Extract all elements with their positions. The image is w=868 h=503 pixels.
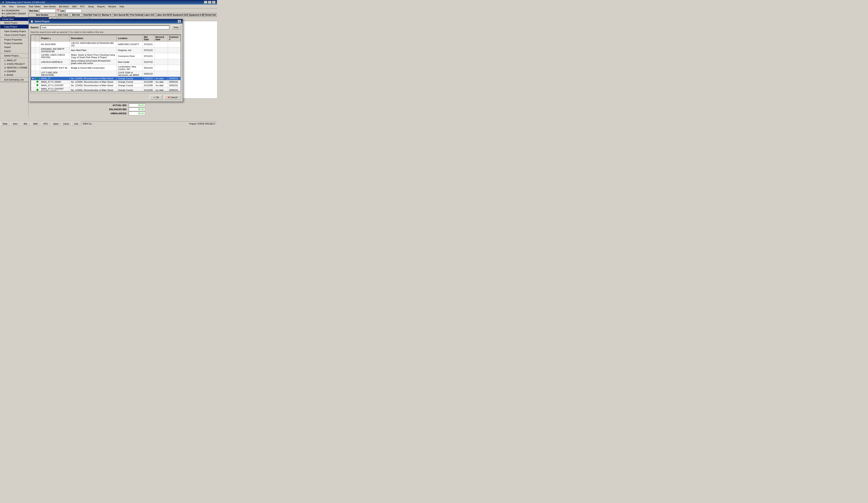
close-button[interactable]: Close [61,122,71,126]
find-button[interactable]: Find [171,25,181,30]
rtc-button[interactable]: RTC [41,122,51,126]
menu-rate-tables[interactable]: Rate Tables [27,5,42,8]
row-contract [168,53,180,59]
bid-date-input[interactable] [39,9,55,13]
bid-button[interactable]: Bid [20,122,31,126]
ok-button[interactable]: ✔ Ok [150,95,163,100]
bid-date-label: Bid Date [29,10,39,12]
sidebar-item-sanitary-sewer[interactable]: ⊕ 🗂 SANITARY SEWER [1,12,28,15]
row-location: Londonderry, New London, NH [117,65,143,71]
row-contract [168,59,180,65]
ok-icon: ✔ [153,96,155,99]
col-status-icon [35,35,40,41]
row-contract: D500231 [168,77,180,80]
row-status-icon [35,71,40,77]
menu-file[interactable]: File [0,5,7,8]
dialog-footer: ✔ Ok ✖ Cancel [29,93,183,102]
row-arrow [31,71,35,77]
row-revised-date [154,71,168,77]
project-table-container[interactable]: Project ▲ Description Location Bid Date … [31,34,181,92]
row-status-icon [35,77,40,80]
table-row[interactable]: KINGMAN, IND WWTP DIVISION BBAero Mod Pl… [31,48,180,53]
unbalanced-value: $0.00 [129,112,145,115]
status-green-circle [37,89,39,91]
row-bid-date: 01/15/08 [143,84,154,87]
row-location: HARFORD COUNTY [117,41,143,48]
search-input[interactable] [40,25,169,30]
table-row[interactable]: LONDONDERRY EXIT 4ABridge & Sound Wall C… [31,65,180,71]
col-contract-header[interactable]: Contract # [168,35,180,41]
col-revised-date-header[interactable]: Revised Date [154,35,168,41]
col-total-bid: Total Bid/ Total Cost [82,13,101,17]
col-labor-amt: Labor Amt $0.00 [155,13,172,17]
row-project-name: KINGMAN, IND WWTP DIVISION BB [40,48,70,53]
loc-input[interactable] [65,9,82,13]
col-item-number: Item Number [29,13,56,17]
table-row[interactable]: ▶MAIN_STNo. 123456, Reconstruction of Ma… [31,77,180,80]
search-row: Search: Find [31,25,181,30]
row-project-name: MAIN_ST FL EXPORT [40,84,70,87]
row-arrow [31,65,35,71]
row-contract: D500231 [168,87,180,92]
col-project-header[interactable]: Project ▲ [40,35,70,41]
main-area: Create New ▶ Blank Project Copy Project … [0,9,217,121]
row-project-name: LINCOLN GARFIELD [40,59,70,65]
col-labor-unit: Labor Unit [143,13,155,17]
row-arrow [31,84,35,87]
menu-rtc[interactable]: RTC [79,5,86,8]
menu-services[interactable]: Services [15,5,27,8]
cancel-icon: ✖ [168,96,169,99]
dialog-close-button[interactable]: ✕ [178,20,181,23]
row-arrow [31,87,35,92]
sidebar-item-roadwork[interactable]: ⊕ 🗂 ROADWORK [1,9,28,12]
project-status: Project: STATE PROJECT [189,123,215,125]
row-revised-date [154,65,168,71]
col-location-header[interactable]: Location [117,35,143,41]
table-row[interactable]: MAIN_ST FL EXPORTNo. 123456, Reconstruct… [31,84,180,87]
menu-smc[interactable]: SMC [70,5,79,8]
table-row[interactable]: LAUREL OAKS CHECK PRICINGWater, Sewer & … [31,53,180,59]
row-status-icon [35,48,40,53]
item-button[interactable]: Item [10,122,20,126]
table-row[interactable]: MAIN_ST FL EXPORT RENTAL TEST 3No. 12345… [31,87,180,92]
row-location: 11419 126th st vancouver, wa 98662 [117,71,143,77]
menu-reports[interactable]: Reports [96,5,107,8]
row-status-icon [35,53,40,59]
balanced-bid-label: BALANCED BID: [101,108,127,111]
col-bid-date-header[interactable]: Bid Date [143,35,154,41]
row-bid-date: 12/02/22 [143,77,154,80]
menu-setup[interactable]: Setup [86,5,96,8]
open-button[interactable]: Open [51,122,61,126]
rate-button[interactable]: Rate [0,122,10,126]
minimize-button[interactable]: ─ [204,1,207,4]
table-row[interactable]: LOT 3 NIELSEN INDUSTRIAL11419 126th st v… [31,71,180,77]
row-contract: D500231 [168,80,180,84]
menu-view[interactable]: View [7,5,16,8]
maximize-button[interactable]: □ [208,1,211,4]
table-row[interactable]: MAIN_ST FL DEMONo. 123456, Reconstructio… [31,80,180,84]
calendar-icon[interactable]: 📅 [56,9,60,12]
menu-bid-sheet[interactable]: Bid Sheet [58,5,70,8]
row-description: No. 123456, Reconstruction of Main Stree… [70,87,116,92]
search-label: Search: [31,26,39,29]
row-bid-date: 07/12/21 [143,53,154,59]
exit-button[interactable]: Exit [71,122,81,126]
company-name: KWV Co. [83,123,189,125]
cancel-button[interactable]: ✖ Cancel [164,95,181,100]
menu-window[interactable]: Window [106,5,118,8]
col-description-header[interactable]: Description [70,35,116,41]
table-row[interactable]: KH-3019-0000I-95 ETL NORTHBOUND EXTENSIO… [31,41,180,48]
row-project-name: LONDONDERRY EXIT 4A [40,65,70,71]
menu-item-sheets[interactable]: Item Sheets [42,5,58,8]
table-row[interactable]: LINCOLN GARFIELDdemo existing school bac… [31,59,180,65]
col-item-spread: Item Spread $0.00 [113,13,129,17]
smc-button[interactable]: SMC [31,122,41,126]
row-status-icon [35,87,40,92]
close-button[interactable]: ✕ [212,1,215,4]
row-revised-date [154,53,168,59]
dialog-title: Select Project [34,20,49,23]
menu-help[interactable]: Help [118,5,126,8]
row-location: Orange County [117,80,143,84]
row-contract [168,41,180,48]
row-description: No. 123456, Reconstruction of Main Stree… [70,80,116,84]
